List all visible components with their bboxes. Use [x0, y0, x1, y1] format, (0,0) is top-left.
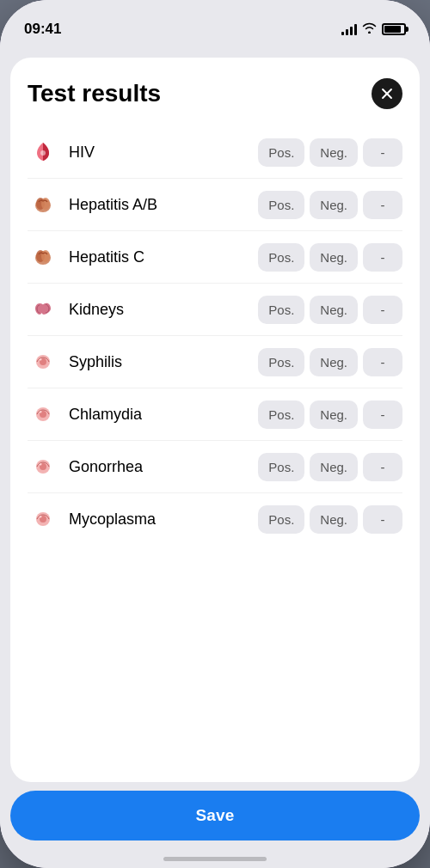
pos-button-hep-ab[interactable]: Pos.	[258, 191, 304, 219]
page-title: Test results	[28, 80, 161, 107]
neg-button-syphilis[interactable]: Neg.	[310, 348, 358, 376]
pos-button-hep-c[interactable]: Pos.	[258, 243, 304, 272]
test-name-syphilis: Syphilis	[69, 353, 258, 371]
neg-button-mycoplasma[interactable]: Neg.	[310, 505, 358, 534]
test-name-hep-c: Hepatitis C	[69, 248, 258, 266]
test-buttons-chlamydia: Pos. Neg. -	[258, 400, 402, 429]
table-row: Mycoplasma Pos. Neg. -	[28, 493, 402, 545]
neg-button-gonorrhea[interactable]: Neg.	[310, 453, 358, 481]
dash-button-chlamydia[interactable]: -	[363, 400, 402, 429]
status-icons	[341, 22, 406, 36]
test-buttons-mycoplasma: Pos. Neg. -	[258, 505, 402, 534]
dash-button-hep-c[interactable]: -	[363, 243, 402, 272]
home-indicator	[163, 857, 267, 861]
hepatitis-c-icon	[28, 241, 58, 272]
neg-button-hiv[interactable]: Neg.	[310, 138, 358, 167]
table-row: Kidneys Pos. Neg. -	[28, 284, 402, 336]
dash-button-hep-ab[interactable]: -	[363, 191, 402, 219]
table-row: Hepatitis A/B Pos. Neg. -	[28, 179, 402, 231]
syphilis-icon	[28, 346, 58, 377]
table-row: Gonorrhea Pos. Neg. -	[28, 441, 402, 493]
test-buttons-hep-c: Pos. Neg. -	[258, 243, 402, 272]
table-row: Syphilis Pos. Neg. -	[28, 336, 402, 388]
phone-frame: 09:41	[0, 0, 430, 868]
test-buttons-gonorrhea: Pos. Neg. -	[258, 453, 402, 481]
card-header: Test results	[28, 78, 402, 109]
test-name-hep-ab: Hepatitis A/B	[69, 196, 258, 214]
pos-button-mycoplasma[interactable]: Pos.	[258, 505, 304, 534]
pos-button-syphilis[interactable]: Pos.	[258, 348, 304, 376]
table-row: Chlamydia Pos. Neg. -	[28, 388, 402, 441]
signal-icon	[341, 23, 357, 35]
pos-button-kidneys[interactable]: Pos.	[258, 296, 304, 324]
card: Test results HIV	[10, 58, 420, 782]
dash-button-gonorrhea[interactable]: -	[363, 453, 402, 481]
wifi-icon	[362, 22, 377, 36]
dash-button-mycoplasma[interactable]: -	[363, 505, 402, 534]
save-button[interactable]: Save	[10, 791, 420, 840]
neg-button-chlamydia[interactable]: Neg.	[310, 400, 358, 429]
svg-point-3	[41, 198, 50, 210]
table-row: HIV Pos. Neg. -	[28, 126, 402, 179]
hepatitis-ab-icon	[28, 189, 58, 220]
pos-button-hiv[interactable]: Pos.	[258, 138, 304, 167]
test-name-kidneys: Kidneys	[69, 301, 258, 319]
neg-button-kidneys[interactable]: Neg.	[310, 296, 358, 324]
test-buttons-kidneys: Pos. Neg. -	[258, 296, 402, 324]
gonorrhea-icon	[28, 451, 58, 482]
test-name-chlamydia: Chlamydia	[69, 406, 258, 424]
svg-point-6	[41, 250, 50, 262]
test-name-hiv: HIV	[69, 144, 258, 162]
test-buttons-syphilis: Pos. Neg. -	[258, 348, 402, 376]
svg-point-0	[40, 150, 46, 156]
kidneys-icon	[28, 294, 58, 325]
neg-button-hep-ab[interactable]: Neg.	[310, 191, 358, 219]
test-name-gonorrhea: Gonorrhea	[69, 458, 258, 476]
battery-icon	[382, 23, 406, 35]
screen: 09:41	[0, 0, 430, 868]
table-row: Hepatitis C Pos. Neg. -	[28, 231, 402, 284]
mycoplasma-icon	[28, 504, 58, 535]
status-time: 09:41	[24, 21, 61, 38]
test-name-mycoplasma: Mycoplasma	[69, 510, 258, 529]
dash-button-kidneys[interactable]: -	[363, 296, 402, 324]
main-body: Test results HIV	[0, 47, 430, 782]
pos-button-chlamydia[interactable]: Pos.	[258, 400, 304, 429]
dash-button-syphilis[interactable]: -	[363, 348, 402, 376]
test-buttons-hiv: Pos. Neg. -	[258, 138, 402, 167]
pos-button-gonorrhea[interactable]: Pos.	[258, 453, 304, 481]
bottom-bar: Save	[0, 782, 430, 868]
dash-button-hiv[interactable]: -	[363, 138, 402, 167]
test-list: HIV Pos. Neg. -	[28, 126, 402, 545]
test-buttons-hep-ab: Pos. Neg. -	[258, 191, 402, 219]
status-bar: 09:41	[0, 0, 430, 47]
chlamydia-icon	[28, 399, 58, 430]
close-button[interactable]	[372, 78, 402, 109]
neg-button-hep-c[interactable]: Neg.	[310, 243, 358, 272]
hiv-icon	[28, 137, 58, 168]
